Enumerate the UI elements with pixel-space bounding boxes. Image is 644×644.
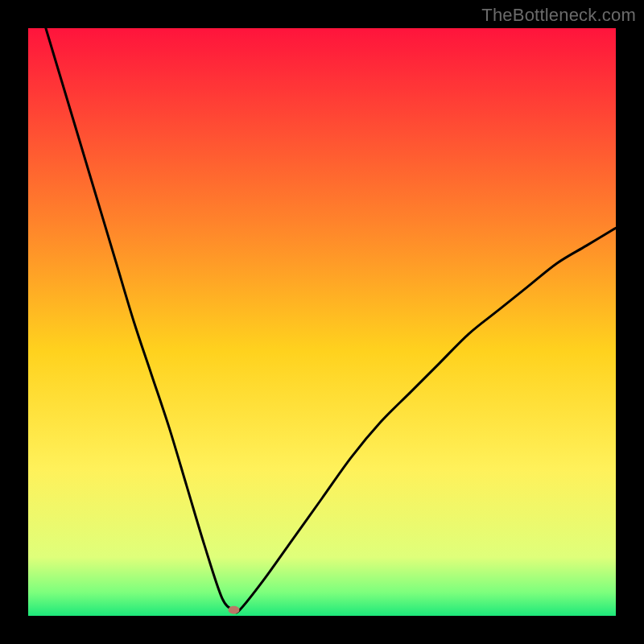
bottleneck-chart	[28, 28, 616, 616]
plot-area	[28, 28, 616, 616]
chart-frame: TheBottleneck.com	[0, 0, 644, 644]
attribution-label: TheBottleneck.com	[481, 5, 636, 26]
gradient-background	[28, 28, 616, 616]
optimal-point-marker	[229, 606, 240, 614]
